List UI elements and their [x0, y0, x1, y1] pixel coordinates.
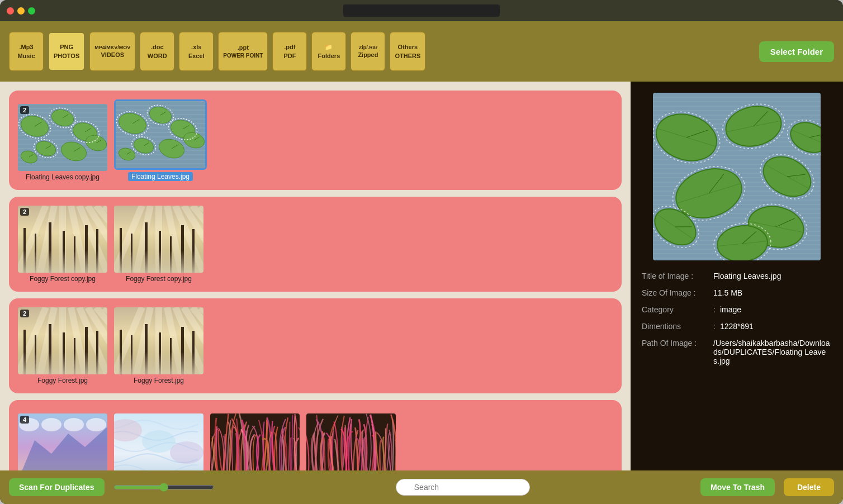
list-item[interactable]: [114, 413, 203, 470]
image-label: Floating Leaves copy.jpg: [26, 173, 100, 181]
select-folder-button[interactable]: Select Folder: [759, 41, 834, 62]
duplicate-badge: 2: [20, 310, 29, 317]
image-canvas-1: [18, 104, 107, 171]
detail-size-label: Size Of Image :: [642, 288, 709, 297]
image-canvas-2: [116, 101, 205, 168]
others-label: OTHERS: [395, 53, 420, 59]
detail-title-value: Floating Leaves.jpg: [713, 272, 781, 280]
detail-size-row: Size Of Image : 11.5 MB: [642, 288, 832, 297]
image-thumb[interactable]: [114, 413, 203, 470]
list-item[interactable]: 2 Foggy Forest copy.jpg: [18, 206, 107, 283]
excel-label: Excel: [188, 53, 205, 59]
list-item[interactable]: Foggy Forest copy.jpg: [114, 206, 203, 283]
detail-dimensions-row: Dimentions : 1228*691: [642, 322, 832, 331]
detail-preview: [653, 93, 821, 260]
detail-panel: Title of Image : Floating Leaves.jpg Siz…: [631, 82, 843, 470]
bottom-bar: Scan For Duplicates 🔍 Move To Trash Dele…: [0, 470, 843, 504]
image-label: Foggy Forest.jpg: [134, 377, 184, 384]
image-label: Foggy Forest.jpg: [37, 377, 88, 384]
title-bar: [0, 0, 843, 21]
others-icon-text: Others: [398, 44, 418, 51]
toolbar-pdf[interactable]: .pdf PDF: [272, 32, 307, 71]
detail-size-value: 11.5 MB: [713, 288, 742, 297]
toolbar-videos[interactable]: MP4/MKV/MOV VIDEOS: [89, 32, 135, 71]
detail-path-label: Path Of Image :: [642, 339, 709, 365]
image-canvas-4: [114, 206, 203, 273]
detail-dimensions-label: Dimentions: [642, 322, 709, 331]
pdf-icon-text: .pdf: [284, 44, 295, 51]
image-thumb[interactable]: 2: [18, 206, 107, 273]
zipped-label: Zipped: [358, 51, 378, 58]
toolbar-zipped[interactable]: Zip/.Rar Zipped: [351, 32, 385, 71]
toolbar-music[interactable]: .Mp3 Music: [9, 32, 44, 71]
detail-category-colon: :: [713, 305, 716, 314]
duplicate-group-1: 2 Floating Leaves copy.jpg Floating Leav…: [9, 91, 622, 190]
ppt-icon-text: .ppt: [238, 44, 249, 51]
image-thumb[interactable]: 4: [18, 413, 107, 470]
toolbar-others[interactable]: Others OTHERS: [390, 32, 425, 71]
word-label: WORD: [148, 53, 167, 59]
toolbar-folders[interactable]: 📁 Folders: [311, 32, 346, 71]
image-thumb[interactable]: [306, 413, 396, 470]
search-input[interactable]: [396, 479, 530, 496]
word-icon-text: .doc: [151, 44, 164, 51]
size-slider[interactable]: [113, 483, 214, 492]
list-item[interactable]: Floating Leaves.jpg: [114, 99, 207, 181]
duplicate-group-3: 2 Foggy Forest.jpg Foggy Forest.jpg: [9, 298, 622, 393]
delete-button[interactable]: Delete: [784, 478, 834, 496]
toolbar-word[interactable]: .doc WORD: [140, 32, 174, 71]
duplicate-group-2: 2 Foggy Forest copy.jpg Foggy Forest cop…: [9, 197, 622, 292]
image-thumb-selected[interactable]: [114, 99, 207, 170]
list-item[interactable]: 2 Foggy Forest.jpg: [18, 307, 107, 384]
list-item[interactable]: 4: [18, 413, 107, 470]
maximize-button[interactable]: [28, 7, 35, 15]
image-thumb[interactable]: [114, 307, 203, 374]
image-label-selected: Floating Leaves.jpg: [128, 172, 193, 181]
image-canvas-8: [114, 413, 203, 470]
app-window: .Mp3 Music PNG PHOTOS MP4/MKV/MOV VIDEOS…: [0, 0, 843, 504]
detail-category-value: image: [720, 305, 741, 314]
scan-duplicates-button[interactable]: Scan For Duplicates: [9, 478, 105, 496]
music-label: Music: [17, 53, 35, 59]
image-label: Foggy Forest copy.jpg: [126, 275, 192, 283]
detail-dimensions-colon: :: [713, 322, 716, 331]
toolbar-powerpoint[interactable]: .ppt POWER POINT: [218, 32, 268, 71]
image-canvas-5: [18, 307, 107, 374]
title-bar-center: [343, 4, 500, 17]
main-area: 2 Floating Leaves copy.jpg Floating Leav…: [0, 82, 843, 470]
folders-label: Folders: [318, 53, 340, 59]
list-item[interactable]: [210, 413, 300, 470]
detail-category-label: Category: [642, 305, 709, 314]
detail-category-row: Category : image: [642, 305, 832, 314]
duplicate-badge: 2: [20, 106, 29, 114]
image-thumb[interactable]: [114, 206, 203, 273]
minimize-button[interactable]: [17, 7, 25, 15]
image-canvas-3: [18, 206, 107, 273]
toolbar-excel[interactable]: .xls Excel: [179, 32, 214, 71]
image-thumb[interactable]: [210, 413, 300, 470]
pdf-label: PDF: [283, 53, 296, 59]
duplicate-badge: 4: [20, 416, 29, 424]
image-thumb[interactable]: 2: [18, 307, 107, 374]
videos-label: VIDEOS: [101, 51, 124, 58]
music-icon-text: .Mp3: [19, 44, 33, 51]
list-item[interactable]: [306, 413, 396, 470]
list-item[interactable]: 2 Floating Leaves copy.jpg: [18, 104, 107, 181]
move-to-trash-button[interactable]: Move To Trash: [700, 478, 775, 496]
detail-path-value: /Users/shaikakbarbasha/Downloads/DUPLICA…: [713, 339, 832, 365]
close-button[interactable]: [7, 7, 14, 15]
image-thumb[interactable]: 2: [18, 104, 107, 171]
detail-dimensions-value: 1228*691: [720, 322, 754, 331]
photos-icon-text: PNG: [60, 44, 73, 51]
zip-icon-text: Zip/.Rar: [359, 45, 378, 51]
list-item[interactable]: Foggy Forest.jpg: [114, 307, 203, 384]
detail-title-row: Title of Image : Floating Leaves.jpg: [642, 272, 832, 280]
toolbar-photos[interactable]: PNG PHOTOS: [48, 32, 85, 71]
detail-title-label: Title of Image :: [642, 272, 709, 280]
toolbar: .Mp3 Music PNG PHOTOS MP4/MKV/MOV VIDEOS…: [0, 21, 843, 82]
slider-container: [113, 483, 225, 492]
image-canvas-10: [306, 413, 396, 470]
traffic-lights: [7, 7, 35, 15]
videos-icon-text: MP4/MKV/MOV: [94, 45, 130, 51]
duplicate-badge: 2: [20, 208, 29, 216]
